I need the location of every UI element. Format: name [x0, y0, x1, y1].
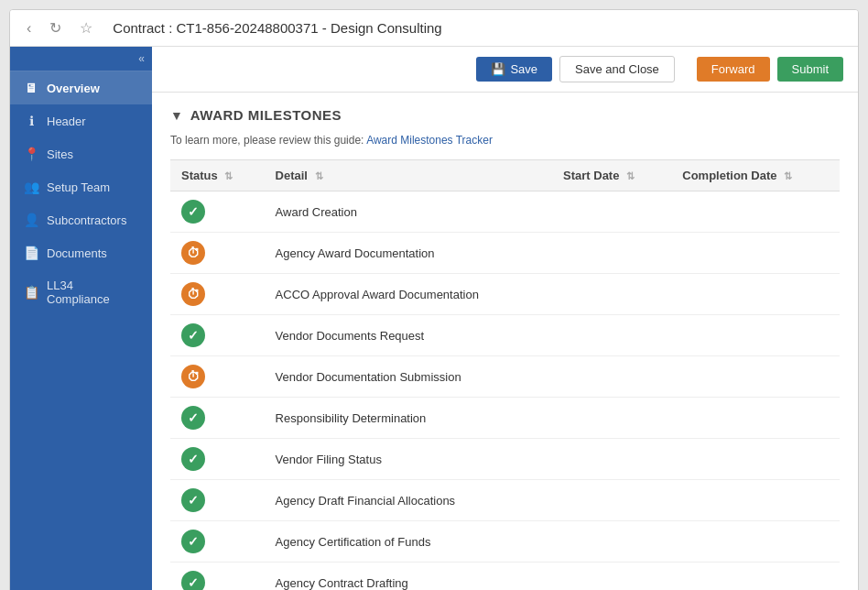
table-row: ✓ Agency Contract Drafting	[170, 563, 840, 591]
detail-cell: Agency Award Documentation	[265, 233, 552, 274]
status-icon: ✓	[181, 200, 205, 224]
col-status[interactable]: Status ⇅	[170, 160, 265, 191]
detail-cell: Vendor Filing Status	[265, 439, 552, 480]
detail-cell: Agency Certification of Funds	[265, 521, 552, 563]
page-title: Contract : CT1-856-20248800371 - Design …	[113, 20, 441, 36]
ll34-icon: 📋	[23, 285, 39, 300]
start-date-cell	[552, 356, 671, 398]
sidebar-item-label: Header	[47, 115, 86, 128]
completion-date-cell	[671, 439, 840, 480]
detail-cell: Vendor Documents Request	[265, 315, 552, 356]
detail-cell: Agency Contract Drafting	[265, 563, 552, 591]
sidebar-item-label: Overview	[47, 82, 100, 95]
sidebar: « 🖥 Overview ℹ Header 📍 Sites 👥 Setup Te…	[10, 47, 152, 590]
save-icon: 💾	[491, 62, 505, 76]
sort-icon-status: ⇅	[224, 170, 233, 181]
sidebar-item-subcontractors[interactable]: 👤 Subcontractors	[10, 203, 152, 236]
status-icon: ⏱	[181, 282, 205, 306]
sidebar-item-header[interactable]: ℹ Header	[10, 104, 152, 137]
status-icon: ✓	[181, 406, 205, 430]
status-cell: ✓	[170, 398, 265, 439]
status-icon: ✓	[181, 323, 205, 347]
sites-icon: 📍	[23, 147, 39, 161]
sidebar-item-label: Documents	[47, 246, 107, 260]
subcontractors-icon: 👤	[23, 213, 39, 227]
sidebar-item-label: Setup Team	[47, 180, 110, 194]
status-cell: ⏱	[170, 233, 265, 274]
section-title: AWARD MILESTONES	[190, 107, 342, 123]
status-cell: ⏱	[170, 356, 265, 398]
detail-cell: Agency Draft Financial Allocations	[265, 480, 552, 521]
status-cell: ✓	[170, 521, 265, 563]
titlebar: ‹ ↻ ☆ Contract : CT1-856-20248800371 - D…	[10, 10, 858, 47]
detail-cell: Vendor Documentation Submission	[265, 356, 552, 398]
section-header: ▼ AWARD MILESTONES	[170, 107, 840, 123]
completion-date-cell	[671, 233, 840, 274]
award-milestones-link[interactable]: Award Milestones Tracker	[366, 134, 493, 147]
status-cell: ✓	[170, 439, 265, 480]
table-row: ✓ Vendor Filing Status	[170, 439, 840, 480]
star-button[interactable]: ☆	[74, 17, 98, 38]
table-row: ✓ Agency Certification of Funds	[170, 521, 840, 563]
sidebar-collapse-button[interactable]: «	[10, 47, 152, 71]
award-milestones-section: ▼ AWARD MILESTONES To learn more, please…	[152, 93, 858, 590]
history-button[interactable]: ↻	[44, 17, 67, 38]
forward-button[interactable]: Forward	[697, 57, 770, 82]
save-close-button[interactable]: Save and Close	[559, 56, 675, 82]
sidebar-item-documents[interactable]: 📄 Documents	[10, 236, 152, 269]
sort-icon-completion: ⇅	[784, 170, 792, 181]
table-row: ✓ Agency Draft Financial Allocations	[170, 480, 840, 521]
sort-icon-start: ⇅	[626, 170, 635, 181]
status-cell: ✓	[170, 191, 265, 233]
sidebar-item-sites[interactable]: 📍 Sites	[10, 137, 152, 170]
milestones-table: Status ⇅ Detail ⇅ Start Date ⇅	[170, 159, 840, 590]
main-content: 💾 Save Save and Close Forward Submit ▼	[152, 47, 858, 590]
status-cell: ⏱	[170, 274, 265, 315]
completion-date-cell	[671, 563, 840, 591]
sidebar-item-label: LL34 Compliance	[47, 279, 139, 306]
col-completion-date[interactable]: Completion Date ⇅	[671, 160, 840, 191]
completion-date-cell	[671, 356, 840, 398]
submit-button[interactable]: Submit	[777, 57, 843, 82]
setup-team-icon: 👥	[23, 180, 39, 194]
start-date-cell	[552, 563, 671, 591]
status-cell: ✓	[170, 480, 265, 521]
status-icon: ✓	[181, 571, 205, 590]
sidebar-item-overview[interactable]: 🖥 Overview	[10, 71, 152, 104]
table-row: ⏱ Agency Award Documentation	[170, 233, 840, 274]
sidebar-item-ll34-compliance[interactable]: 📋 LL34 Compliance	[10, 269, 152, 315]
detail-cell: Responsibility Determination	[265, 398, 552, 439]
back-button[interactable]: ‹	[21, 18, 37, 38]
start-date-cell	[552, 191, 671, 233]
status-icon: ✓	[181, 488, 205, 512]
start-date-cell	[552, 521, 671, 563]
sidebar-item-label: Sites	[47, 148, 73, 161]
sidebar-item-label: Subcontractors	[47, 213, 126, 227]
start-date-cell	[552, 439, 671, 480]
overview-icon: 🖥	[23, 81, 39, 95]
status-icon: ✓	[181, 530, 205, 553]
table-row: ⏱ ACCO Approval Award Documentation	[170, 274, 840, 315]
completion-date-cell	[671, 191, 840, 233]
table-row: ✓ Vendor Documents Request	[170, 315, 840, 356]
completion-date-cell	[671, 480, 840, 521]
collapse-icon[interactable]: ▼	[170, 108, 183, 123]
detail-cell: ACCO Approval Award Documentation	[265, 274, 552, 315]
sort-icon-detail: ⇅	[315, 170, 323, 181]
table-header-row: Status ⇅ Detail ⇅ Start Date ⇅	[170, 160, 840, 191]
detail-cell: Award Creation	[265, 191, 552, 233]
sidebar-item-setup-team[interactable]: 👥 Setup Team	[10, 170, 152, 203]
status-icon: ⏱	[181, 241, 205, 265]
save-button[interactable]: 💾 Save	[476, 57, 552, 82]
col-detail[interactable]: Detail ⇅	[265, 160, 552, 191]
status-icon: ✓	[181, 447, 205, 471]
start-date-cell	[552, 274, 671, 315]
start-date-cell	[552, 398, 671, 439]
col-start-date[interactable]: Start Date ⇅	[552, 160, 671, 191]
nav-buttons: ‹ ↻ ☆	[21, 17, 98, 38]
completion-date-cell	[671, 521, 840, 563]
completion-date-cell	[671, 398, 840, 439]
info-text: To learn more, please review this guide:…	[170, 134, 840, 147]
completion-date-cell	[671, 274, 840, 315]
documents-icon: 📄	[23, 246, 39, 260]
